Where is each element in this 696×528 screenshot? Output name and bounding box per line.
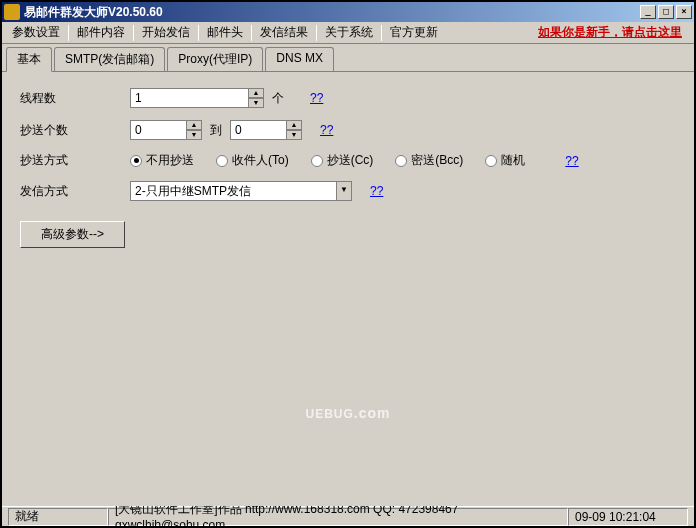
cc-count-label: 抄送个数	[20, 122, 130, 139]
app-icon	[4, 4, 20, 20]
radio-dot-icon	[311, 155, 323, 167]
window-title: 易邮件群发大师V20.50.60	[24, 4, 640, 21]
status-time: 09-09 10:21:04	[568, 508, 688, 526]
cc-to-label: 到	[210, 122, 222, 139]
threads-label: 线程数	[20, 90, 130, 107]
threads-input[interactable]	[130, 88, 248, 108]
status-info: [大镜山软件工作室]作品 http://www.168318.com QQ: 4…	[108, 508, 568, 526]
menu-update[interactable]: 官方更新	[384, 22, 444, 43]
threads-up[interactable]: ▲	[248, 88, 264, 98]
tabs: 基本 SMTP(发信邮箱) Proxy(代理IP) DNS MX	[2, 44, 694, 71]
send-mode-help[interactable]: ??	[370, 184, 383, 198]
radio-dot-icon	[130, 155, 142, 167]
titlebar: 易邮件群发大师V20.50.60 _ □ ×	[2, 2, 694, 22]
menu-start[interactable]: 开始发信	[136, 22, 196, 43]
cc-to-up[interactable]: ▲	[286, 120, 302, 130]
cc-to-spinner[interactable]: ▲ ▼	[230, 120, 302, 140]
cc-from-input[interactable]	[130, 120, 186, 140]
radio-random[interactable]: 随机	[485, 152, 525, 169]
tab-basic[interactable]: 基本	[6, 47, 52, 72]
tab-smtp[interactable]: SMTP(发信邮箱)	[54, 47, 165, 72]
menu-about[interactable]: 关于系统	[319, 22, 379, 43]
threads-spinner[interactable]: ▲ ▼	[130, 88, 264, 108]
tab-proxy[interactable]: Proxy(代理IP)	[167, 47, 263, 72]
radio-bcc[interactable]: 密送(Bcc)	[395, 152, 463, 169]
threads-unit: 个	[272, 90, 284, 107]
menu-result[interactable]: 发信结果	[254, 22, 314, 43]
send-mode-label: 发信方式	[20, 183, 130, 200]
cc-count-help[interactable]: ??	[320, 123, 333, 137]
cc-mode-label: 抄送方式	[20, 152, 130, 169]
statusbar: 就绪 [大镜山软件工作室]作品 http://www.168318.com QQ…	[2, 506, 694, 526]
threads-down[interactable]: ▼	[248, 98, 264, 108]
send-mode-input[interactable]	[130, 181, 336, 201]
radio-dot-icon	[216, 155, 228, 167]
newbie-help-link[interactable]: 如果你是新手，请点击这里	[538, 24, 690, 41]
advanced-params-button[interactable]: 高级参数-->	[20, 221, 125, 248]
cc-mode-help[interactable]: ??	[565, 154, 578, 168]
menubar: 参数设置 邮件内容 开始发信 邮件头 发信结果 关于系统 官方更新 如果你是新手…	[2, 22, 694, 44]
radio-cc[interactable]: 抄送(Cc)	[311, 152, 374, 169]
menu-params[interactable]: 参数设置	[6, 22, 66, 43]
chevron-down-icon[interactable]: ▼	[336, 181, 352, 201]
watermark: UEBUG.com	[305, 389, 390, 426]
cc-to-down[interactable]: ▼	[286, 130, 302, 140]
close-button[interactable]: ×	[676, 5, 692, 19]
threads-help[interactable]: ??	[310, 91, 323, 105]
cc-from-spinner[interactable]: ▲ ▼	[130, 120, 202, 140]
radio-to[interactable]: 收件人(To)	[216, 152, 289, 169]
content-panel: 线程数 ▲ ▼ 个 ?? 抄送个数 ▲ ▼ 到	[2, 71, 694, 506]
maximize-button[interactable]: □	[658, 5, 674, 19]
radio-dot-icon	[485, 155, 497, 167]
cc-to-input[interactable]	[230, 120, 286, 140]
cc-from-up[interactable]: ▲	[186, 120, 202, 130]
cc-from-down[interactable]: ▼	[186, 130, 202, 140]
status-ready: 就绪	[8, 508, 108, 526]
menu-header[interactable]: 邮件头	[201, 22, 249, 43]
minimize-button[interactable]: _	[640, 5, 656, 19]
send-mode-select[interactable]: ▼	[130, 181, 352, 201]
radio-dot-icon	[395, 155, 407, 167]
menu-content[interactable]: 邮件内容	[71, 22, 131, 43]
tab-dns[interactable]: DNS MX	[265, 47, 334, 72]
radio-no-cc[interactable]: 不用抄送	[130, 152, 194, 169]
